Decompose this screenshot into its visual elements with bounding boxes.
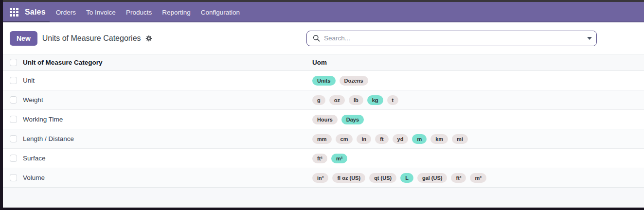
uom-badge: oz (329, 95, 345, 105)
search-icon (307, 35, 324, 42)
search-input[interactable] (324, 31, 582, 46)
app-window: Sales Orders To Invoice Products Reporti… (3, 0, 644, 210)
content-footer-area (3, 188, 644, 208)
category-cell: Weight (23, 96, 312, 104)
uom-badge: Days (341, 115, 364, 124)
apps-menu-icon[interactable] (10, 8, 18, 17)
row-checkbox[interactable] (10, 155, 17, 162)
search-box (306, 31, 597, 46)
category-cell: Unit (23, 77, 312, 84)
uom-badge: Dozens (340, 76, 368, 86)
table-row[interactable]: Surfaceft²m² (3, 149, 644, 168)
uom-cell: in³fl oz (US)qt (US)Lgal (US)ft³m³ (312, 173, 486, 183)
window-bottom-edge (3, 208, 644, 210)
table-row[interactable]: Working TimeHoursDays (3, 110, 644, 129)
column-header-uom[interactable]: Uom (312, 59, 327, 66)
column-header-category[interactable]: Unit of Measure Category (23, 59, 312, 66)
table-row[interactable]: Weightgozlbkgt (3, 90, 644, 110)
row-checkbox[interactable] (10, 77, 17, 84)
app-brand-sales[interactable]: Sales (25, 8, 46, 17)
uom-badge: yd (393, 134, 409, 144)
uom-badge: mm (312, 134, 332, 144)
category-cell: Surface (23, 155, 312, 162)
row-checkbox[interactable] (10, 116, 17, 123)
uom-badge: qt (US) (369, 173, 396, 183)
list-header-row: Unit of Measure Category Uom (3, 54, 644, 71)
list-body: UnitUnitsDozensWeightgozlbkgtWorking Tim… (3, 71, 644, 188)
table-row[interactable]: UnitUnitsDozens (3, 71, 644, 90)
row-checkbox[interactable] (10, 174, 17, 181)
select-all-checkbox[interactable] (10, 59, 17, 66)
chevron-down-icon (587, 37, 592, 40)
new-button[interactable]: New (10, 31, 37, 46)
category-cell: Volume (23, 174, 312, 181)
uom-badge: ft (375, 134, 388, 144)
nav-item-reporting[interactable]: Reporting (162, 9, 191, 16)
nav-item-orders[interactable]: Orders (56, 9, 76, 16)
uom-badge: mi (452, 134, 468, 144)
page-title: Units of Measure Categories (42, 34, 141, 43)
uom-cell: HoursDays (312, 115, 364, 124)
uom-badge: m³ (470, 173, 486, 183)
uom-cell: ft²m² (312, 154, 347, 163)
window-left-edge (0, 0, 3, 210)
uom-badge: km (430, 134, 448, 144)
uom-badge: in (357, 134, 371, 144)
uom-badge: Units (312, 76, 336, 86)
uom-badge: m (412, 134, 427, 144)
uom-badge: fl oz (US) (332, 173, 365, 183)
uom-cell: UnitsDozens (312, 76, 368, 86)
uom-cell: gozlbkgt (312, 95, 398, 105)
uom-badge: ft³ (451, 173, 466, 183)
category-cell: Length / Distance (23, 135, 312, 142)
nav-item-to-invoice[interactable]: To Invoice (86, 9, 116, 16)
nav-menu: Orders To Invoice Products Reporting Con… (56, 9, 240, 16)
gear-action-menu-button[interactable] (145, 35, 152, 42)
uom-badge: t (387, 95, 399, 105)
control-panel: New Units of Measure Categories (3, 22, 644, 54)
table-row[interactable]: Volumein³fl oz (US)qt (US)Lgal (US)ft³m³ (3, 168, 644, 188)
category-cell: Working Time (23, 116, 312, 123)
uom-badge: kg (367, 95, 383, 105)
row-checkbox[interactable] (10, 135, 17, 142)
table-row[interactable]: Length / Distancemmcminftydmkmmi (3, 129, 644, 149)
search-dropdown-toggle[interactable] (582, 31, 596, 46)
uom-badge: in³ (312, 173, 328, 183)
uom-badge: lb (349, 95, 363, 105)
nav-item-configuration[interactable]: Configuration (201, 9, 240, 16)
uom-badge: cm (336, 134, 353, 144)
uom-badge: Hours (312, 115, 338, 124)
gear-icon (145, 35, 152, 42)
nav-item-products[interactable]: Products (126, 9, 152, 16)
row-checkbox[interactable] (10, 96, 17, 104)
uom-badge: gal (US) (417, 173, 447, 183)
uom-badge: ft² (312, 154, 327, 163)
uom-badge: L (400, 173, 413, 183)
main-navbar: Sales Orders To Invoice Products Reporti… (3, 2, 644, 22)
uom-badge: m² (331, 154, 347, 163)
uom-cell: mmcminftydmkmmi (312, 134, 468, 144)
uom-badge: g (312, 95, 325, 105)
